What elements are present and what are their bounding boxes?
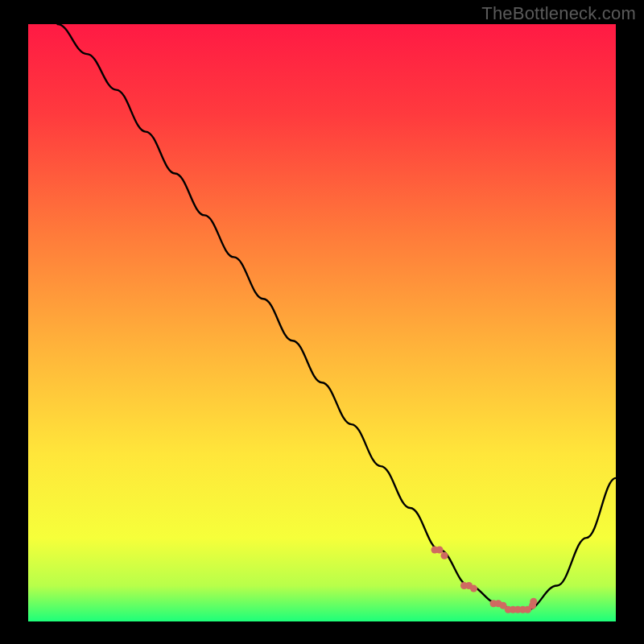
plot-area — [28, 24, 616, 621]
chart-frame: TheBottleneck.com — [0, 0, 644, 644]
gradient-background — [28, 24, 616, 621]
chart-svg — [28, 24, 616, 621]
optimal-dot — [441, 552, 448, 559]
watermark-text: TheBottleneck.com — [481, 3, 636, 24]
optimal-dot — [530, 598, 537, 605]
optimal-dot — [470, 585, 477, 592]
optimal-dot — [436, 547, 444, 554]
